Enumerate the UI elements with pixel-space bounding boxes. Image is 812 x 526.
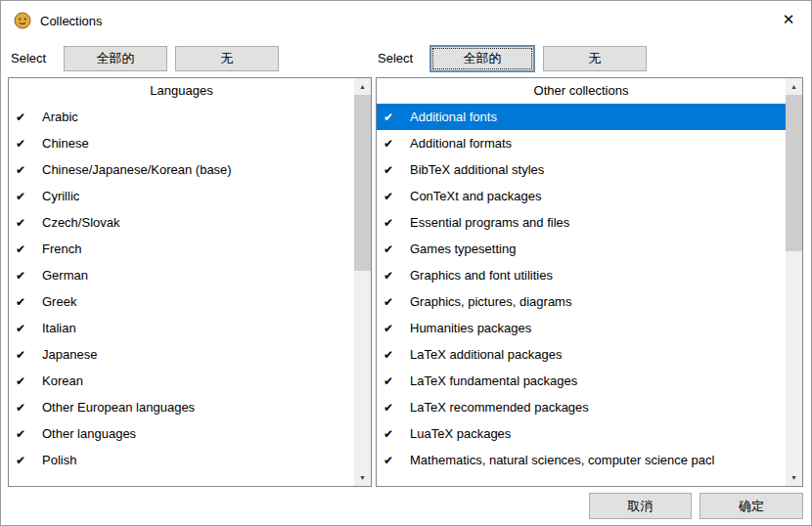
- left-select-label: Select: [11, 51, 46, 66]
- scroll-up-icon[interactable]: ▲: [786, 78, 802, 95]
- list-item[interactable]: ✔Greek: [9, 288, 354, 315]
- list-item-label: Additional formats: [410, 136, 512, 151]
- check-icon: ✔: [16, 110, 42, 124]
- cancel-button[interactable]: 取消: [589, 493, 692, 519]
- list-item-label: BibTeX additional styles: [410, 162, 544, 177]
- list-item[interactable]: ✔Italian: [9, 315, 354, 341]
- list-item-label: Chinese/Japanese/Korean (base): [42, 162, 232, 177]
- check-icon: ✔: [16, 427, 42, 441]
- languages-scrollbar[interactable]: ▲ ▼: [354, 78, 371, 486]
- list-item[interactable]: ✔Graphics and font utilities: [377, 262, 786, 288]
- collections-list: ✔Additional fonts✔Additional formats✔Bib…: [377, 104, 786, 486]
- check-icon: ✔: [383, 374, 410, 388]
- list-item[interactable]: ✔Humanities packages: [377, 315, 786, 341]
- check-icon: ✔: [16, 374, 42, 388]
- app-icon: [14, 12, 31, 29]
- scrollbar-thumb[interactable]: [354, 95, 371, 271]
- list-item[interactable]: ✔LuaTeX packages: [377, 420, 786, 447]
- check-icon: ✔: [383, 295, 410, 309]
- check-icon: ✔: [383, 427, 410, 441]
- left-select-all-button[interactable]: 全部的: [64, 46, 167, 71]
- right-select-none-button[interactable]: 无: [543, 46, 647, 71]
- list-item-label: Polish: [42, 453, 76, 467]
- scroll-up-icon[interactable]: ▲: [354, 78, 371, 95]
- list-item[interactable]: ✔Cyrillic: [9, 183, 354, 209]
- list-item[interactable]: ✔Arabic: [9, 104, 354, 130]
- list-item-label: LuaTeX packages: [410, 426, 511, 441]
- list-item-label: Games typesetting: [410, 241, 516, 256]
- list-item-label: Cyrillic: [42, 189, 79, 203]
- scroll-down-icon[interactable]: ▼: [786, 469, 802, 486]
- check-icon: ✔: [383, 322, 410, 335]
- list-item[interactable]: ✔LaTeX fundamental packages: [377, 368, 786, 394]
- list-item-label: Other languages: [42, 426, 136, 441]
- close-icon[interactable]: ✕: [766, 1, 811, 38]
- list-item[interactable]: ✔Additional formats: [377, 130, 786, 156]
- list-item-label: Czech/Slovak: [42, 215, 119, 230]
- list-item[interactable]: ✔Additional fonts: [377, 104, 786, 130]
- list-item[interactable]: ✔Chinese/Japanese/Korean (base): [9, 156, 354, 183]
- check-icon: ✔: [16, 216, 42, 230]
- title-bar: Collections ✕: [1, 1, 811, 40]
- list-item-label: Japanese: [42, 347, 97, 362]
- languages-list-header: Languages: [9, 78, 354, 104]
- check-icon: ✔: [383, 348, 410, 362]
- check-icon: ✔: [16, 242, 42, 256]
- list-item-label: Essential programs and files: [410, 215, 569, 230]
- scrollbar-thumb[interactable]: [786, 95, 802, 251]
- check-icon: ✔: [16, 190, 42, 203]
- list-item[interactable]: ✔Games typesetting: [377, 236, 786, 262]
- window-title: Collections: [40, 14, 103, 28]
- collections-scrollbar[interactable]: ▲ ▼: [786, 78, 802, 486]
- list-item[interactable]: ✔Korean: [9, 368, 354, 394]
- list-item-label: Mathematics, natural sciences, computer …: [410, 453, 714, 467]
- list-item-label: Chinese: [42, 136, 89, 151]
- list-item[interactable]: ✔Graphics, pictures, diagrams: [377, 288, 786, 315]
- list-item-label: French: [42, 241, 81, 256]
- list-item[interactable]: ✔French: [9, 236, 354, 262]
- list-item-label: Greek: [42, 294, 76, 309]
- list-item[interactable]: ✔German: [9, 262, 354, 288]
- list-item-label: LaTeX additional packages: [410, 347, 562, 362]
- list-item[interactable]: ✔ConTeXt and packages: [377, 183, 786, 209]
- check-icon: ✔: [16, 348, 42, 362]
- check-icon: ✔: [383, 216, 410, 230]
- list-item[interactable]: ✔LaTeX recommended packages: [377, 394, 786, 420]
- check-icon: ✔: [16, 295, 42, 309]
- scroll-down-icon[interactable]: ▼: [354, 469, 371, 486]
- list-item[interactable]: ✔Mathematics, natural sciences, computer…: [377, 447, 786, 473]
- list-item[interactable]: ✔Chinese: [9, 130, 354, 156]
- list-item-label: German: [42, 268, 88, 283]
- list-item[interactable]: ✔LaTeX additional packages: [377, 341, 786, 368]
- check-icon: ✔: [383, 137, 410, 151]
- check-icon: ✔: [383, 110, 410, 124]
- left-select-none-button[interactable]: 无: [175, 46, 279, 71]
- check-icon: ✔: [383, 269, 410, 283]
- list-item-label: Italian: [42, 321, 76, 335]
- languages-listbox: Languages ✔Arabic✔Chinese✔Chinese/Japane…: [8, 77, 372, 487]
- collections-listbox: Other collections ✔Additional fonts✔Addi…: [376, 77, 803, 487]
- list-item-label: LaTeX recommended packages: [410, 400, 589, 415]
- ok-button[interactable]: 确定: [699, 493, 803, 519]
- list-item[interactable]: ✔Essential programs and files: [377, 209, 786, 236]
- collections-dialog: Collections ✕ Select 全部的 无 Select 全部的 无 …: [0, 0, 812, 526]
- list-item[interactable]: ✔BibTeX additional styles: [377, 156, 786, 183]
- check-icon: ✔: [16, 137, 42, 151]
- list-item-label: Humanities packages: [410, 321, 531, 335]
- list-item[interactable]: ✔Japanese: [9, 341, 354, 368]
- check-icon: ✔: [383, 163, 410, 177]
- check-icon: ✔: [16, 163, 42, 177]
- list-item[interactable]: ✔Polish: [9, 447, 354, 473]
- check-icon: ✔: [16, 454, 42, 467]
- list-item-label: Korean: [42, 373, 83, 388]
- list-item-label: LaTeX fundamental packages: [410, 373, 577, 388]
- list-item-label: Arabic: [42, 110, 78, 124]
- list-item[interactable]: ✔Other languages: [9, 420, 354, 447]
- check-icon: ✔: [16, 401, 42, 415]
- right-select-all-button[interactable]: 全部的: [429, 45, 535, 72]
- list-item[interactable]: ✔Other European languages: [9, 394, 354, 420]
- list-item-label: Graphics, pictures, diagrams: [410, 294, 571, 309]
- list-item-label: Additional fonts: [410, 110, 497, 124]
- list-item[interactable]: ✔Czech/Slovak: [9, 209, 354, 236]
- check-icon: ✔: [383, 454, 410, 467]
